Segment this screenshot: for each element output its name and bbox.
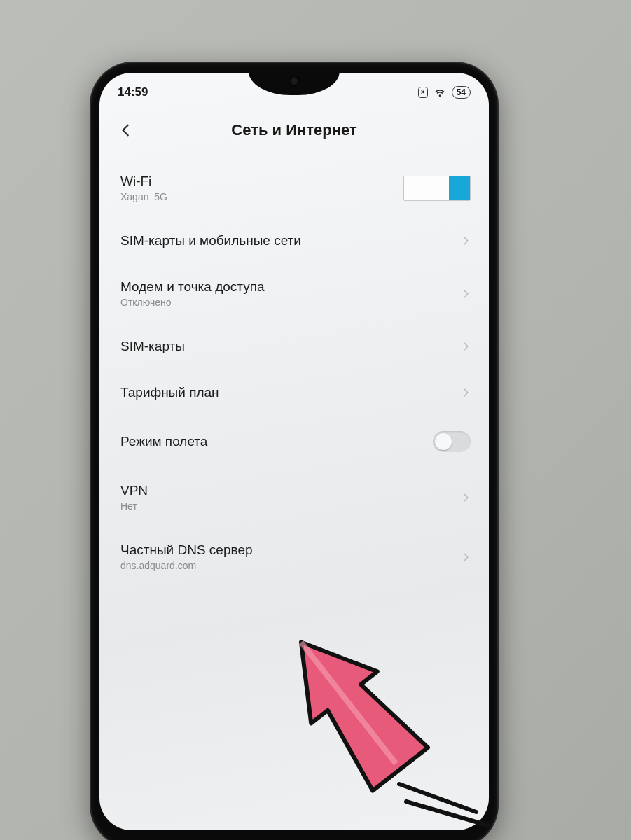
airplane-label: Режим полета [120,434,207,449]
vpn-sublabel: Нет [120,500,148,512]
wifi-label: Wi-Fi [120,174,167,189]
page-header: Сеть и Интернет [99,104,489,154]
chevron-left-icon [118,122,134,138]
battery-indicator: 54 [452,86,471,99]
chevron-right-icon [461,388,471,398]
hotspot-sublabel: Отключено [120,297,265,308]
back-button[interactable] [112,116,140,144]
row-private-dns[interactable]: Частный DNS сервер dns.adquard.com [120,527,471,587]
chevron-right-icon [461,342,471,351]
no-sim-icon: × [418,87,428,98]
chevron-right-icon [461,552,471,562]
wifi-sublabel: Xagan_5G [120,191,167,202]
row-vpn[interactable]: VPN Нет [120,468,471,527]
wifi-icon [434,86,446,99]
sim-mobile-label: SIM-карты и мобильные сети [120,233,301,248]
tariff-label: Тарифный план [120,385,219,400]
vpn-label: VPN [120,483,148,498]
dns-sublabel: dns.adquard.com [120,560,253,571]
phone-frame: 14:59 × 54 Сеть и Интернет Wi-Fi [91,63,497,840]
page-title: Сеть и Интернет [140,121,448,139]
wifi-toggle[interactable] [403,176,471,201]
chevron-right-icon [461,289,471,299]
row-tariff[interactable]: Тарифный план [120,370,471,416]
row-sim-mobile[interactable]: SIM-карты и мобильные сети [120,218,471,264]
row-sim[interactable]: SIM-карты [120,323,471,370]
airplane-toggle[interactable] [433,431,471,452]
chevron-right-icon [461,236,471,246]
phone-screen: 14:59 × 54 Сеть и Интернет Wi-Fi [99,73,489,830]
row-hotspot[interactable]: Модем и точка доступа Отключено [120,264,471,323]
dns-label: Частный DNS сервер [120,542,253,558]
row-wifi[interactable]: Wi-Fi Xagan_5G [120,158,471,218]
status-time: 14:59 [118,85,148,99]
settings-list: Wi-Fi Xagan_5G SIM-карты и мобильные сет… [99,154,489,587]
row-airplane[interactable]: Режим полета [120,416,471,468]
chevron-right-icon [461,493,471,503]
hotspot-label: Модем и точка доступа [120,279,265,295]
sim-label: SIM-карты [120,339,185,354]
